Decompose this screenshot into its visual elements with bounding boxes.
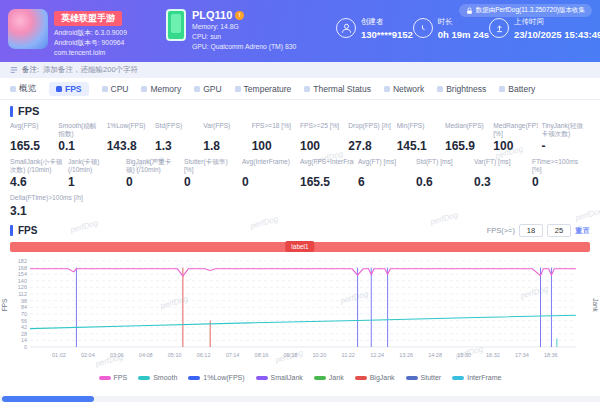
svg-text:10:20: 10:20 <box>312 352 326 358</box>
label-range-bar[interactable]: label1 <box>10 242 590 252</box>
chart-header: FPS FPS(>=) 重置 <box>10 222 590 239</box>
tab-FPS[interactable]: FPS <box>49 82 89 96</box>
tab-icon <box>141 86 147 92</box>
legend-marker <box>99 376 111 380</box>
note-label: 备注: <box>22 65 39 75</box>
svg-text:112: 112 <box>18 291 27 297</box>
metric: FPS>=25 [%]100 <box>300 122 348 153</box>
metric: MedRange(FPS)[%]100 <box>493 122 541 153</box>
chart-title: FPS <box>10 225 37 236</box>
device-info-block: PLQ110 ! Memory: 14.8G CPU: sun GPU: Qua… <box>166 9 334 52</box>
tab-Battery[interactable]: Battery <box>499 84 535 94</box>
metric: Stutter(卡顿率) [%]0 <box>184 158 242 189</box>
legend-item-BigJank[interactable]: BigJank <box>355 374 395 381</box>
legend-item-Jank[interactable]: Jank <box>314 374 344 381</box>
chart-legend: FPSSmooth1%Low(FPS)SmallJankJankBigJankS… <box>0 371 600 384</box>
duration-block: 时长 0h 19m 24s <box>413 17 489 40</box>
svg-text:07:14: 07:14 <box>226 352 240 358</box>
metric: Avg(FT) [ms]6 <box>358 158 416 189</box>
device-cpu: CPU: sun <box>192 32 296 42</box>
duration-value: 0h 19m 24s <box>438 29 489 40</box>
metric: Drop(FPS) [/h]27.8 <box>348 122 396 153</box>
legend-item-FPS[interactable]: FPS <box>99 374 128 381</box>
reset-button[interactable]: 重置 <box>575 226 590 236</box>
metric: 1%Low(FPS)143.8 <box>107 122 155 153</box>
fps-threshold-input-2[interactable] <box>547 224 571 237</box>
tab-icon <box>304 86 310 92</box>
legend-item-InterFrame[interactable]: InterFrame <box>452 374 501 381</box>
horizontal-scrollbar-thumb[interactable] <box>2 396 94 402</box>
tab-icon <box>10 86 16 92</box>
legend-marker <box>314 376 326 380</box>
svg-text:03:06: 03:06 <box>110 352 124 358</box>
tab-icon <box>56 86 62 92</box>
creator-value: 130****9152 <box>361 29 413 40</box>
collector-pill: 数据由PerfDog(11.3.250720)版本收集 <box>459 4 592 17</box>
metric: Smooth(稳帧指数)0.1 <box>58 122 106 153</box>
legend-marker <box>406 376 418 380</box>
svg-text:09:18: 09:18 <box>284 352 298 358</box>
tab-Memory[interactable]: Memory <box>141 84 181 94</box>
svg-text:14: 14 <box>21 337 27 343</box>
tab-CPU[interactable]: CPU <box>102 84 129 94</box>
tab-icon <box>235 86 241 92</box>
tab-Brightness[interactable]: Brightness <box>437 84 486 94</box>
tab-Network[interactable]: Network <box>384 84 424 94</box>
svg-text:14:28: 14:28 <box>428 352 442 358</box>
header: 英雄联盟手游 Android版本: 6.3.0.9009 Android版本号:… <box>0 0 600 62</box>
tab-icon <box>102 86 108 92</box>
svg-text:06:12: 06:12 <box>197 352 211 358</box>
fps-chart-area: 18216815414012611298847056422814001:0202… <box>0 253 600 371</box>
svg-text:Jank: Jank <box>592 298 599 312</box>
chart-accent-bar <box>10 225 13 236</box>
device-model: PLQ110 <box>192 9 232 22</box>
svg-text:01:02: 01:02 <box>52 352 66 358</box>
horizontal-scrollbar-track[interactable] <box>0 396 600 402</box>
metric: Median(FPS)165.9 <box>445 122 493 153</box>
note-input[interactable]: 添加备注，还能输200个字符 <box>43 65 138 75</box>
svg-text:11:22: 11:22 <box>342 352 355 358</box>
svg-text:16:32: 16:32 <box>486 352 500 358</box>
svg-text:05:10: 05:10 <box>168 352 182 358</box>
tab-Thermal Status[interactable]: Thermal Status <box>304 84 371 94</box>
metrics: Avg(FPS)165.5Smooth(稳帧指数)0.11%Low(FPS)14… <box>0 118 600 218</box>
legend-marker <box>188 376 200 380</box>
creator-block: 创建者 130****9152 <box>336 17 413 40</box>
metric: Delta(FTime)>100ms [/h]3.1 <box>10 194 130 218</box>
svg-text:0: 0 <box>24 344 27 350</box>
tab-概览[interactable]: 概览 <box>10 83 36 95</box>
legend-item-SmallJank[interactable]: SmallJank <box>256 374 303 381</box>
legend-item-1%Low(FPS)[interactable]: 1%Low(FPS) <box>188 374 244 381</box>
svg-text:12:24: 12:24 <box>370 352 384 358</box>
legend-item-Stutter[interactable]: Stutter <box>406 374 442 381</box>
tab-icon <box>499 86 505 92</box>
svg-text:168: 168 <box>18 265 27 271</box>
svg-text:70: 70 <box>21 311 27 317</box>
metric: Min(FPS)145.1 <box>397 122 445 153</box>
metric: Std(FPS)1.3 <box>155 122 203 153</box>
legend-marker <box>138 376 150 380</box>
tab-GPU[interactable]: GPU <box>194 84 221 94</box>
svg-text:08:16: 08:16 <box>255 352 269 358</box>
device-gpu: GPU: Qualcomm Adreno (TM) 830 <box>192 42 296 52</box>
upload-value: 23/10/2025 15:43:49 <box>514 29 600 40</box>
device-memory: Memory: 14.8G <box>192 22 296 32</box>
game-info-block: 英雄联盟手游 Android版本: 6.3.0.9009 Android版本号:… <box>8 7 166 58</box>
section-accent-bar <box>10 106 13 117</box>
metric: Avg(FPS)165.5 <box>10 122 58 153</box>
label-chip: label1 <box>285 241 314 252</box>
metric: SmallJank(小卡顿次数) (/10min)4.6 <box>10 158 68 189</box>
legend-marker <box>355 376 367 380</box>
fps-threshold-input-1[interactable] <box>519 224 543 237</box>
legend-item-Smooth[interactable]: Smooth <box>138 374 177 381</box>
svg-text:FPS: FPS <box>1 298 8 311</box>
fps-section-title: FPS <box>10 105 590 117</box>
legend-marker <box>256 376 268 380</box>
clock-icon <box>413 18 433 38</box>
game-avatar <box>8 9 48 49</box>
svg-text:28: 28 <box>21 331 27 337</box>
tab-Temperature[interactable]: Temperature <box>235 84 292 94</box>
svg-text:140: 140 <box>18 278 27 284</box>
metric: FPS>=18 [%]100 <box>252 122 300 153</box>
person-icon <box>336 18 356 38</box>
